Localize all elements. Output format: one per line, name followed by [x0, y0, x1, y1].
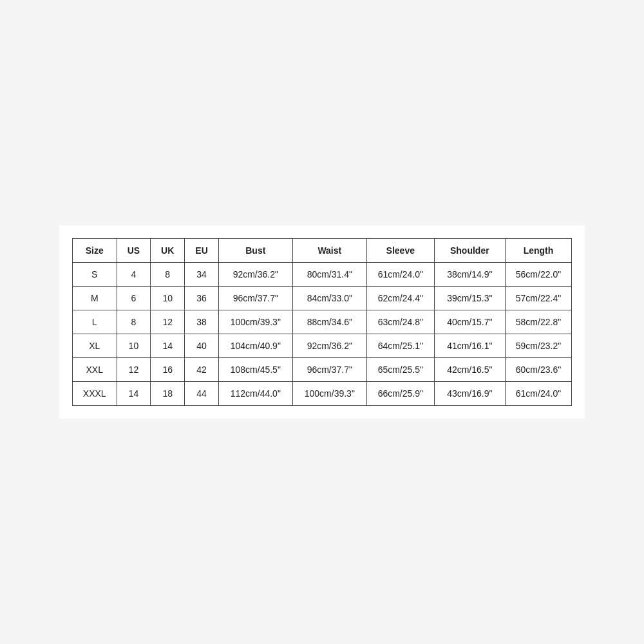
- cell-sleeve-2: 63cm/24.8": [366, 310, 434, 334]
- cell-shoulder-3: 41cm/16.1": [434, 334, 505, 358]
- table-row: M6103696cm/37.7"84cm/33.0"62cm/24.4"39cm…: [72, 287, 571, 310]
- size-chart-table: Size US UK EU Bust Waist Sleeve Shoulder…: [72, 238, 572, 406]
- cell-us-3: 10: [117, 334, 150, 358]
- cell-waist-1: 84cm/33.0": [292, 287, 366, 310]
- cell-length-0: 56cm/22.0": [505, 263, 571, 287]
- cell-waist-3: 92cm/36.2": [292, 334, 366, 358]
- cell-shoulder-4: 42cm/16.5": [434, 358, 505, 382]
- cell-us-0: 4: [117, 263, 150, 287]
- table-row: XL101440104cm/40.9"92cm/36.2"64cm/25.1"4…: [72, 334, 571, 358]
- cell-uk-1: 10: [151, 287, 185, 310]
- header-shoulder: Shoulder: [434, 239, 505, 263]
- header-size: Size: [72, 239, 117, 263]
- cell-uk-2: 12: [151, 310, 185, 334]
- cell-waist-4: 96cm/37.7": [292, 358, 366, 382]
- cell-sleeve-5: 66cm/25.9": [366, 382, 434, 406]
- cell-length-4: 60cm/23.6": [505, 358, 571, 382]
- cell-length-1: 57cm/22.4": [505, 287, 571, 310]
- cell-eu-0: 34: [185, 263, 218, 287]
- cell-shoulder-2: 40cm/15.7": [434, 310, 505, 334]
- header-waist: Waist: [292, 239, 366, 263]
- table-row: S483492cm/36.2"80cm/31.4"61cm/24.0"38cm/…: [72, 263, 571, 287]
- cell-sleeve-1: 62cm/24.4": [366, 287, 434, 310]
- header-length: Length: [505, 239, 571, 263]
- cell-bust-5: 112cm/44.0": [218, 382, 292, 406]
- cell-sleeve-4: 65cm/25.5": [366, 358, 434, 382]
- table-row: XXXL141844112cm/44.0"100cm/39.3"66cm/25.…: [72, 382, 571, 406]
- cell-uk-0: 8: [151, 263, 185, 287]
- cell-shoulder-1: 39cm/15.3": [434, 287, 505, 310]
- cell-us-5: 14: [117, 382, 150, 406]
- cell-size-1: M: [72, 287, 117, 310]
- cell-size-3: XL: [72, 334, 117, 358]
- cell-eu-2: 38: [185, 310, 218, 334]
- cell-us-1: 6: [117, 287, 150, 310]
- cell-bust-4: 108cm/45.5": [218, 358, 292, 382]
- cell-bust-0: 92cm/36.2": [218, 263, 292, 287]
- header-uk: UK: [151, 239, 185, 263]
- cell-size-5: XXXL: [72, 382, 117, 406]
- header-us: US: [117, 239, 150, 263]
- table-row: L81238100cm/39.3"88cm/34.6"63cm/24.8"40c…: [72, 310, 571, 334]
- cell-eu-4: 42: [185, 358, 218, 382]
- cell-size-2: L: [72, 310, 117, 334]
- cell-size-4: XXL: [72, 358, 117, 382]
- cell-waist-2: 88cm/34.6": [292, 310, 366, 334]
- cell-shoulder-5: 43cm/16.9": [434, 382, 505, 406]
- table-header-row: Size US UK EU Bust Waist Sleeve Shoulder…: [72, 239, 571, 263]
- cell-size-0: S: [72, 263, 117, 287]
- cell-uk-4: 16: [151, 358, 185, 382]
- cell-sleeve-0: 61cm/24.0": [366, 263, 434, 287]
- header-sleeve: Sleeve: [366, 239, 434, 263]
- cell-uk-3: 14: [151, 334, 185, 358]
- cell-eu-5: 44: [185, 382, 218, 406]
- cell-bust-2: 100cm/39.3": [218, 310, 292, 334]
- cell-length-5: 61cm/24.0": [505, 382, 571, 406]
- table-row: XXL121642108cm/45.5"96cm/37.7"65cm/25.5"…: [72, 358, 571, 382]
- cell-shoulder-0: 38cm/14.9": [434, 263, 505, 287]
- cell-bust-3: 104cm/40.9": [218, 334, 292, 358]
- header-bust: Bust: [218, 239, 292, 263]
- cell-bust-1: 96cm/37.7": [218, 287, 292, 310]
- cell-us-4: 12: [117, 358, 150, 382]
- cell-eu-3: 40: [185, 334, 218, 358]
- cell-sleeve-3: 64cm/25.1": [366, 334, 434, 358]
- cell-eu-1: 36: [185, 287, 218, 310]
- cell-length-2: 58cm/22.8": [505, 310, 571, 334]
- cell-us-2: 8: [117, 310, 150, 334]
- cell-uk-5: 18: [151, 382, 185, 406]
- header-eu: EU: [185, 239, 218, 263]
- cell-waist-0: 80cm/31.4": [292, 263, 366, 287]
- size-chart-container: Size US UK EU Bust Waist Sleeve Shoulder…: [59, 225, 585, 419]
- cell-waist-5: 100cm/39.3": [292, 382, 366, 406]
- cell-length-3: 59cm/23.2": [505, 334, 571, 358]
